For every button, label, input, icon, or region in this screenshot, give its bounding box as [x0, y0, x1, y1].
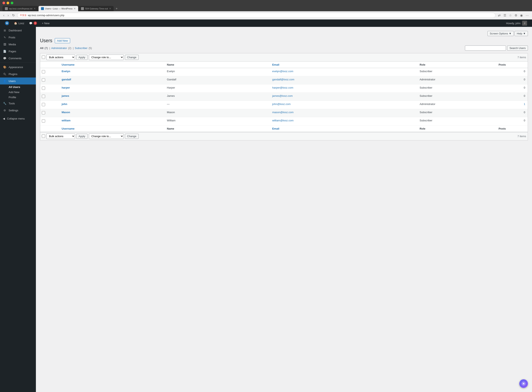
- row-checkbox-3[interactable]: [42, 87, 45, 90]
- email-link-2[interactable]: gandalf@looz.com: [272, 78, 294, 81]
- email-link-4[interactable]: james@looz.com: [272, 94, 293, 97]
- tab-1-label: wp.looz.com/linpeas.txt: [9, 7, 32, 10]
- add-new-button[interactable]: Add New: [55, 38, 70, 43]
- search-users-input[interactable]: [465, 46, 506, 51]
- comments-item[interactable]: 💬 0: [27, 19, 39, 27]
- change-role-select-top[interactable]: Change role to... Administrator Editor A…: [89, 55, 124, 60]
- table-row: william William william@looz.com Subscri…: [40, 117, 528, 125]
- profile-icon[interactable]: ◉: [519, 13, 524, 18]
- username-sort-link[interactable]: Username: [61, 63, 75, 66]
- row-role-2: Administrator: [417, 76, 496, 84]
- user-link-5[interactable]: john: [61, 103, 67, 106]
- sidebar-item-tools[interactable]: 🔧 Tools: [0, 100, 36, 107]
- traffic-light-minimize[interactable]: [7, 2, 9, 4]
- row-checkbox-5[interactable]: [42, 103, 45, 106]
- email-link-7[interactable]: william@looz.com: [272, 119, 293, 122]
- pages-icon: 📄: [3, 49, 7, 53]
- user-link-7[interactable]: william: [61, 119, 70, 122]
- col-footer-email: Email: [270, 125, 417, 132]
- posts-link-5[interactable]: 1: [524, 103, 525, 106]
- address-bar[interactable]: 不安全 wp.looz.com/wp-admin/users.php: [17, 13, 495, 18]
- select-all-checkbox-bottom[interactable]: [42, 135, 45, 138]
- users-table-body: Evelyn Evelyn evelyn@looz.com Subscriber…: [40, 68, 528, 125]
- sidebar-submenu-profile[interactable]: Profile: [0, 95, 36, 100]
- user-link-2[interactable]: gandalf: [61, 78, 71, 81]
- translate-icon[interactable]: ⇄: [497, 13, 501, 18]
- sidebar-item-plugins[interactable]: 🔌 Plugins: [0, 70, 36, 78]
- filter-administrator-link[interactable]: Administrator (2): [51, 47, 72, 50]
- users-table: Username Name Email Role Posts Evelyn: [40, 61, 528, 132]
- email-link-5[interactable]: john@looz.com: [272, 103, 291, 106]
- email-link-6[interactable]: mason@looz.com: [272, 111, 293, 114]
- bulk-actions-select-bottom[interactable]: Bulk actions Delete: [46, 133, 75, 139]
- email-link-3[interactable]: harper@looz.com: [272, 86, 293, 89]
- sidebar-item-pages[interactable]: 📄 Pages: [0, 48, 36, 55]
- row-checkbox-1[interactable]: [42, 70, 45, 73]
- sidebar-submenu-add-new[interactable]: Add New: [0, 90, 36, 95]
- sidebar-item-settings[interactable]: ⚙ Settings: [0, 107, 36, 114]
- reader-icon[interactable]: ☰: [503, 13, 507, 18]
- help-button[interactable]: Help ▼: [515, 31, 528, 36]
- row-role-5: Administrator: [417, 101, 496, 109]
- bookmark-icon[interactable]: ☆: [508, 13, 513, 18]
- row-checkbox-2[interactable]: [42, 78, 45, 82]
- apply-button-bottom[interactable]: Apply: [76, 134, 88, 139]
- all-count: (7): [44, 47, 48, 50]
- user-link-1[interactable]: Evelyn: [61, 70, 70, 73]
- extensions-icon[interactable]: ⚙: [514, 13, 518, 18]
- row-name-7: William: [165, 117, 270, 125]
- screen-options-button[interactable]: Screen Options ▼: [488, 31, 514, 36]
- wp-logo-item[interactable]: W: [2, 19, 11, 27]
- user-link-3[interactable]: harper: [61, 86, 70, 89]
- row-name-3: Harper: [165, 84, 270, 93]
- username-footer-sort-link[interactable]: Username: [61, 127, 75, 130]
- forward-button[interactable]: ›: [7, 13, 9, 18]
- bulk-actions-select-top[interactable]: Bulk actions Delete: [46, 55, 75, 60]
- howdy-item[interactable]: Howdy, john J: [504, 21, 530, 26]
- search-users-area: Search Users: [465, 46, 528, 51]
- traffic-light-maximize[interactable]: [11, 2, 13, 4]
- tab-3-close[interactable]: ✕: [109, 7, 111, 10]
- search-users-button[interactable]: Search Users: [507, 46, 528, 51]
- sidebar-collapse-item[interactable]: ◀ Collapse menu: [0, 115, 36, 122]
- site-name-item[interactable]: 🏠 Looz: [11, 19, 27, 27]
- row-checkbox-6[interactable]: [42, 111, 45, 114]
- select-all-checkbox-top[interactable]: [42, 56, 45, 59]
- tab-1-close[interactable]: ✕: [34, 7, 36, 10]
- row-username-3: harper: [59, 84, 164, 93]
- sidebar-item-media[interactable]: 🖼 Media: [0, 41, 36, 48]
- filter-subscriber-link[interactable]: Subscriber (5): [75, 47, 92, 50]
- change-role-button-bottom[interactable]: Change: [125, 134, 139, 139]
- apply-button-top[interactable]: Apply: [76, 55, 88, 60]
- email-sort-link[interactable]: Email: [272, 63, 279, 66]
- browser-tab-1[interactable]: wp.looz.com/linpeas.txt ✕: [2, 6, 38, 11]
- reload-button[interactable]: ↻: [11, 13, 16, 18]
- change-role-select-bottom[interactable]: Change role to... Administrator Editor A…: [89, 133, 124, 139]
- email-link-1[interactable]: evelyn@looz.com: [272, 70, 293, 73]
- new-tab-button[interactable]: +: [114, 6, 119, 11]
- filter-all-link[interactable]: All (7): [40, 47, 48, 50]
- col-header-name: Name: [165, 61, 270, 68]
- more-icon[interactable]: ⋯: [525, 13, 530, 18]
- sidebar-comments-label: Comments: [9, 57, 22, 60]
- ai-assistant-button[interactable]: [519, 379, 528, 388]
- user-link-6[interactable]: Mason: [61, 111, 70, 114]
- sidebar-item-posts[interactable]: ✎ Posts: [0, 34, 36, 41]
- sidebar-item-users[interactable]: 👤 Users: [0, 78, 36, 84]
- back-button[interactable]: ‹: [2, 13, 5, 18]
- sidebar-item-appearance[interactable]: 🎨 Appearance: [0, 64, 36, 70]
- traffic-light-close[interactable]: [2, 2, 5, 4]
- new-content-item[interactable]: + New: [39, 19, 52, 27]
- sidebar-item-dashboard[interactable]: ⊞ Dashboard: [0, 27, 36, 34]
- row-checkbox-7[interactable]: [42, 119, 45, 123]
- change-role-button-top[interactable]: Change: [125, 55, 139, 60]
- user-link-4[interactable]: james: [61, 94, 69, 97]
- tab-2-close[interactable]: ✕: [74, 7, 76, 10]
- wp-icon: [41, 7, 44, 10]
- email-footer-sort-link[interactable]: Email: [272, 127, 279, 130]
- browser-tab-3[interactable]: 504 Gateway Time-out ✕: [79, 6, 114, 11]
- sidebar-item-comments[interactable]: 💬 Comments: [0, 55, 36, 62]
- row-checkbox-4[interactable]: [42, 95, 45, 98]
- browser-tab-2[interactable]: Users ‹ Looz — WordPress ✕: [38, 6, 78, 11]
- sidebar-submenu-all-users[interactable]: All Users: [0, 84, 36, 90]
